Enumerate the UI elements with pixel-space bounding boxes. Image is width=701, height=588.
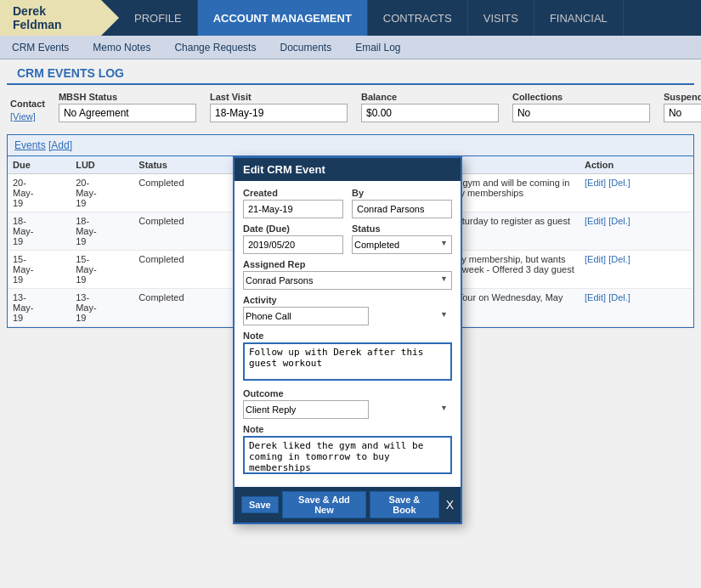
outcome-label: Outcome: [243, 388, 452, 399]
events-area: Events [Add] Due LUD Status Rep Ev Note …: [7, 134, 694, 328]
col-status: Status: [133, 156, 246, 174]
row3-del-link[interactable]: [Del.]: [608, 254, 630, 264]
contact-label: Contact: [10, 99, 45, 109]
sub-tab-memo-notes[interactable]: Memo Notes: [89, 40, 154, 55]
content-area: CRM EVENTS LOG Contact [View] MBSH Statu…: [0, 59, 701, 588]
row2-status: Completed: [133, 212, 246, 251]
events-label: Events: [14, 139, 46, 151]
tab-account-management[interactable]: ACCOUNT MANAGEMENT: [198, 0, 368, 36]
by-label: By: [352, 188, 452, 198]
tab-contracts[interactable]: CONTRACTS: [368, 0, 468, 36]
status-col: Status Completed Pending Cancelled: [352, 223, 452, 254]
last-visit-group: Last Visit: [210, 92, 348, 122]
note2-label: Note: [243, 424, 452, 434]
modal-title: Edit CRM Event: [243, 163, 325, 176]
row1-edit-link[interactable]: [Edit]: [585, 178, 606, 188]
modal-body: Created By Date (Due): [235, 181, 461, 487]
balance-input[interactable]: [361, 104, 499, 122]
balance-group: Balance: [361, 92, 499, 122]
client-last-name: Feldman: [13, 18, 62, 31]
activity-select-wrap: Phone Call Email Text: [243, 307, 452, 325]
last-visit-input[interactable]: [210, 104, 348, 122]
activity-select[interactable]: Phone Call Email Text: [243, 307, 369, 325]
sub-tab-documents[interactable]: Documents: [276, 40, 335, 55]
created-input[interactable]: [243, 200, 343, 218]
add-event-link[interactable]: [Add]: [48, 139, 72, 151]
row3-lud: 15-May-19: [71, 251, 133, 289]
sub-tab-change-requests[interactable]: Change Requests: [171, 40, 259, 55]
main-nav: PROFILE ACCOUNT MANAGEMENT CONTRACTS VIS…: [119, 0, 624, 36]
outcome-select-wrap: Client Reply No Answer Left Message: [243, 400, 452, 419]
collections-label: Collections: [512, 92, 650, 102]
row1-due: 20-May-19: [8, 174, 71, 212]
created-by-row: Created By: [243, 188, 452, 218]
row1-status: Completed: [133, 174, 246, 212]
assigned-rep-select[interactable]: Conrad Parsons: [243, 271, 452, 290]
date-due-input[interactable]: [243, 235, 343, 254]
row1-action: [Edit] [Del.]: [579, 174, 693, 212]
row2-due: 18-May-19: [8, 212, 71, 251]
suspended-group: Suspended: [664, 92, 701, 122]
collections-input[interactable]: [512, 104, 650, 122]
save-add-new-button[interactable]: Save & Add New: [282, 491, 367, 518]
tab-visits[interactable]: VISITS: [468, 0, 534, 36]
row2-edit-link[interactable]: [Edit]: [585, 216, 606, 226]
row1-del-link[interactable]: [Del.]: [608, 178, 630, 188]
created-col: Created: [243, 188, 343, 218]
save-book-button[interactable]: Save & Book: [370, 491, 438, 518]
row4-action: [Edit] [Del.]: [579, 289, 693, 327]
row2-del-link[interactable]: [Del.]: [608, 216, 630, 226]
row4-status: Completed: [133, 289, 246, 327]
activity-label: Activity: [243, 295, 452, 305]
mbsh-input[interactable]: [59, 104, 196, 122]
tab-financial[interactable]: FINANCIAL: [534, 0, 624, 36]
row2-action: [Edit] [Del.]: [579, 212, 693, 251]
row3-status: Completed: [133, 251, 246, 289]
assigned-rep-label: Assigned Rep: [243, 259, 452, 269]
contact-group: Contact [View]: [10, 99, 45, 122]
date-due-label: Date (Due): [243, 223, 343, 234]
row1-lud: 20-May-19: [71, 174, 133, 212]
by-col: By: [352, 188, 452, 218]
note2-textarea[interactable]: Derek liked the gym and will be coming i…: [243, 436, 452, 474]
date-status-row: Date (Due) Status Completed Pending Canc…: [243, 223, 452, 254]
section-title: CRM EVENTS LOG: [7, 59, 694, 85]
sub-tab-crm-events[interactable]: CRM Events: [8, 40, 72, 55]
row4-del-link[interactable]: [Del.]: [608, 292, 630, 302]
status-select[interactable]: Completed Pending Cancelled: [352, 235, 452, 254]
row4-lud: 13-May-19: [71, 289, 133, 327]
col-action: Action: [579, 156, 693, 174]
row4-edit-link[interactable]: [Edit]: [585, 292, 606, 302]
col-lud: LUD: [71, 156, 133, 174]
status-select-wrap: Completed Pending Cancelled: [352, 235, 452, 254]
sub-nav: CRM Events Memo Notes Change Requests Do…: [0, 36, 701, 59]
note2-group: Note Derek liked the gym and will be com…: [243, 424, 452, 477]
note-textarea[interactable]: Follow up with Derek after this guest wo…: [243, 342, 452, 381]
modal-footer: Save Save & Add New Save & Book X: [235, 487, 461, 523]
assigned-rep-group: Assigned Rep Conrad Parsons: [243, 259, 452, 290]
created-label: Created: [243, 188, 343, 198]
outcome-select[interactable]: Client Reply No Answer Left Message: [243, 400, 369, 419]
status-label: Status: [352, 223, 452, 234]
suspended-label: Suspended: [664, 92, 701, 102]
client-name[interactable]: Derek Feldman: [0, 0, 119, 36]
date-col: Date (Due): [243, 223, 343, 254]
suspended-input[interactable]: [664, 104, 701, 122]
info-row: Contact [View] MBSH Status Last Visit Ba…: [0, 85, 701, 129]
assigned-rep-select-wrap: Conrad Parsons: [243, 271, 452, 290]
save-button[interactable]: Save: [241, 496, 279, 513]
row4-due: 13-May-19: [8, 289, 71, 327]
main-header: Derek Feldman PROFILE ACCOUNT MANAGEMENT…: [0, 0, 701, 36]
contact-view-link[interactable]: [View]: [10, 111, 36, 122]
mbsh-group: MBSH Status: [59, 92, 196, 122]
sub-tab-email-log[interactable]: Email Log: [352, 40, 404, 55]
row3-edit-link[interactable]: [Edit]: [585, 254, 606, 264]
collections-group: Collections: [512, 92, 650, 122]
close-icon[interactable]: X: [446, 498, 454, 512]
modal-header: Edit CRM Event: [235, 158, 461, 181]
row2-lud: 18-May-19: [71, 212, 133, 251]
by-input[interactable]: [352, 200, 452, 218]
last-visit-label: Last Visit: [210, 92, 348, 102]
tab-profile[interactable]: PROFILE: [119, 0, 198, 36]
client-first-name: Derek: [13, 4, 46, 18]
